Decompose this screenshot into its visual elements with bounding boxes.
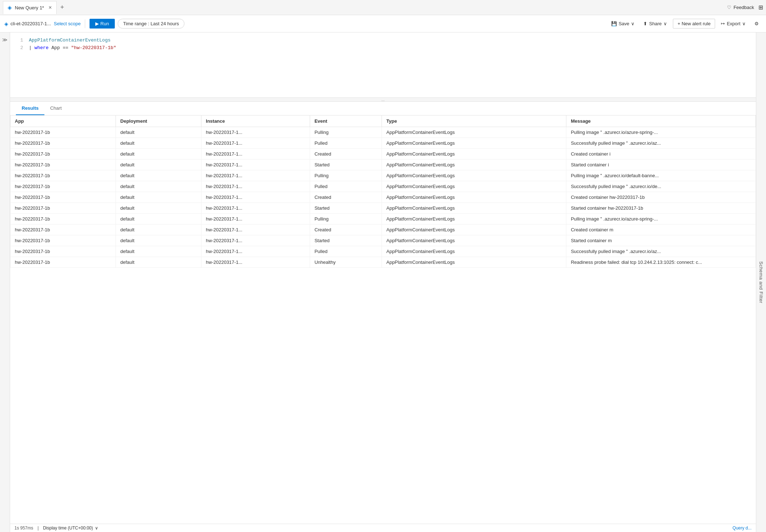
tab-new-query-1[interactable]: ◈ New Query 1* ✕ bbox=[3, 1, 57, 14]
cell-deployment: default bbox=[116, 257, 201, 268]
scope-icon: ◈ bbox=[4, 21, 8, 27]
main-content: ≫ 1 AppPlatformContainerEventLogs 2 | wh… bbox=[0, 32, 766, 532]
cell-event: Pulled bbox=[310, 138, 382, 149]
chevron-right-icon: ≫ bbox=[2, 37, 8, 43]
string-value: "hw-20220317-1b" bbox=[71, 45, 116, 51]
side-toggle-button[interactable]: ≫ bbox=[0, 32, 10, 532]
cell-deployment: default bbox=[116, 203, 201, 214]
save-chevron-icon: ∨ bbox=[631, 21, 635, 26]
drag-dots: ... bbox=[381, 97, 384, 102]
cell-type: AppPlatformContainerEventLogs bbox=[382, 170, 566, 181]
table-row[interactable]: hw-20220317-1bdefaulthw-20220317-1...Pul… bbox=[10, 138, 756, 149]
tab-icon: ◈ bbox=[8, 4, 12, 11]
table-header-row: App Deployment Instance Event Type Messa… bbox=[10, 115, 756, 127]
export-icon: ↦ bbox=[721, 21, 725, 26]
cell-message: Started container m bbox=[566, 235, 756, 246]
time-range-button[interactable]: Time range : Last 24 hours bbox=[118, 19, 184, 29]
schema-filter-panel[interactable]: Schema and Filter bbox=[756, 32, 766, 532]
line-content-2: | where App == "hw-20220317-1b" bbox=[29, 44, 116, 52]
filter-button[interactable]: ⚙ bbox=[752, 19, 762, 28]
tab-close-button[interactable]: ✕ bbox=[48, 5, 52, 10]
cell-instance: hw-20220317-1... bbox=[201, 203, 310, 214]
cell-message: Successfully pulled image " .azurecr.io/… bbox=[566, 181, 756, 192]
share-icon: ⬆ bbox=[643, 21, 647, 26]
cell-event: Pulled bbox=[310, 246, 382, 257]
cell-event: Created bbox=[310, 224, 382, 235]
feedback-button[interactable]: ♡ Feedback bbox=[727, 5, 754, 10]
cell-instance: hw-20220317-1... bbox=[201, 257, 310, 268]
tab-bar: ◈ New Query 1* ✕ + ♡ Feedback ⊞ bbox=[0, 0, 766, 15]
save-label: Save bbox=[619, 21, 630, 26]
table-row[interactable]: hw-20220317-1bdefaulthw-20220317-1...Pul… bbox=[10, 181, 756, 192]
table-row[interactable]: hw-20220317-1bdefaulthw-20220317-1...Pul… bbox=[10, 127, 756, 138]
cell-app: hw-20220317-1b bbox=[10, 214, 116, 224]
query-editor[interactable]: 1 AppPlatformContainerEventLogs 2 | wher… bbox=[10, 32, 756, 97]
cell-deployment: default bbox=[116, 214, 201, 224]
cell-type: AppPlatformContainerEventLogs bbox=[382, 235, 566, 246]
drag-handle[interactable]: ... bbox=[10, 97, 756, 102]
cell-instance: hw-20220317-1... bbox=[201, 138, 310, 149]
cell-type: AppPlatformContainerEventLogs bbox=[382, 127, 566, 138]
cell-deployment: default bbox=[116, 138, 201, 149]
table-row[interactable]: hw-20220317-1bdefaulthw-20220317-1...Cre… bbox=[10, 192, 756, 203]
tab-results[interactable]: Results bbox=[16, 102, 44, 115]
time-chevron-icon: ∨ bbox=[95, 526, 98, 531]
space: App == bbox=[49, 45, 71, 51]
table-row[interactable]: hw-20220317-1bdefaulthw-20220317-1...Sta… bbox=[10, 160, 756, 170]
cell-event: Unhealthy bbox=[310, 257, 382, 268]
line-content-1: AppPlatformContainerEventLogs bbox=[29, 37, 110, 44]
col-type: Type bbox=[382, 115, 566, 127]
cell-message: Started container hw-20220317-1b bbox=[566, 203, 756, 214]
col-deployment: Deployment bbox=[116, 115, 201, 127]
share-label: Share bbox=[649, 21, 662, 26]
table-row[interactable]: hw-20220317-1bdefaulthw-20220317-1...Cre… bbox=[10, 224, 756, 235]
new-alert-button[interactable]: + New alert rule bbox=[673, 19, 715, 29]
display-time-button[interactable]: Display time (UTC+00:00) ∨ bbox=[43, 526, 98, 531]
table-body: hw-20220317-1bdefaulthw-20220317-1...Pul… bbox=[10, 127, 756, 268]
cell-instance: hw-20220317-1... bbox=[201, 149, 310, 160]
cell-instance: hw-20220317-1... bbox=[201, 170, 310, 181]
cell-type: AppPlatformContainerEventLogs bbox=[382, 138, 566, 149]
table-row[interactable]: hw-20220317-1bdefaulthw-20220317-1...Pul… bbox=[10, 214, 756, 224]
save-icon: 💾 bbox=[611, 21, 617, 26]
toolbar-right: 💾 Save ∨ ⬆ Share ∨ + New alert rule ↦ Ex… bbox=[608, 19, 762, 29]
select-scope-button[interactable]: Select scope bbox=[54, 21, 80, 26]
table-row[interactable]: hw-20220317-1bdefaulthw-20220317-1...Pul… bbox=[10, 246, 756, 257]
separator: | bbox=[38, 526, 39, 531]
grid-icon[interactable]: ⊞ bbox=[758, 4, 763, 11]
table-row[interactable]: hw-20220317-1bdefaulthw-20220317-1...Pul… bbox=[10, 170, 756, 181]
run-button[interactable]: ▶ Run bbox=[90, 19, 114, 29]
cell-type: AppPlatformContainerEventLogs bbox=[382, 224, 566, 235]
cell-type: AppPlatformContainerEventLogs bbox=[382, 181, 566, 192]
results-table-container[interactable]: App Deployment Instance Event Type Messa… bbox=[10, 115, 756, 524]
table-row[interactable]: hw-20220317-1bdefaulthw-20220317-1...Sta… bbox=[10, 203, 756, 214]
filter-icon: ⚙ bbox=[754, 21, 759, 26]
cell-event: Pulling bbox=[310, 214, 382, 224]
col-app: App bbox=[10, 115, 116, 127]
add-tab-button[interactable]: + bbox=[57, 2, 67, 13]
cell-type: AppPlatformContainerEventLogs bbox=[382, 160, 566, 170]
line-number-1: 1 bbox=[16, 37, 23, 44]
tab-chart[interactable]: Chart bbox=[44, 102, 68, 115]
query-details-link[interactable]: Query d... bbox=[732, 526, 752, 531]
save-button[interactable]: 💾 Save ∨ bbox=[608, 19, 638, 28]
table-row[interactable]: hw-20220317-1bdefaulthw-20220317-1...Unh… bbox=[10, 257, 756, 268]
cell-deployment: default bbox=[116, 235, 201, 246]
cell-app: hw-20220317-1b bbox=[10, 235, 116, 246]
cell-type: AppPlatformContainerEventLogs bbox=[382, 257, 566, 268]
cell-instance: hw-20220317-1... bbox=[201, 235, 310, 246]
cell-instance: hw-20220317-1... bbox=[201, 127, 310, 138]
query-duration: 1s 957ms bbox=[14, 526, 33, 531]
cell-type: AppPlatformContainerEventLogs bbox=[382, 149, 566, 160]
cell-deployment: default bbox=[116, 149, 201, 160]
table-row[interactable]: hw-20220317-1bdefaulthw-20220317-1...Cre… bbox=[10, 149, 756, 160]
export-button[interactable]: ↦ Export ∨ bbox=[718, 19, 749, 28]
cell-event: Pulling bbox=[310, 127, 382, 138]
share-button[interactable]: ⬆ Share ∨ bbox=[640, 19, 670, 28]
cell-app: hw-20220317-1b bbox=[10, 246, 116, 257]
cell-deployment: default bbox=[116, 224, 201, 235]
cell-instance: hw-20220317-1... bbox=[201, 160, 310, 170]
table-row[interactable]: hw-20220317-1bdefaulthw-20220317-1...Sta… bbox=[10, 235, 756, 246]
toolbar: ◈ cli-et-20220317-1... Select scope ▶ Ru… bbox=[0, 15, 766, 32]
cell-app: hw-20220317-1b bbox=[10, 170, 116, 181]
